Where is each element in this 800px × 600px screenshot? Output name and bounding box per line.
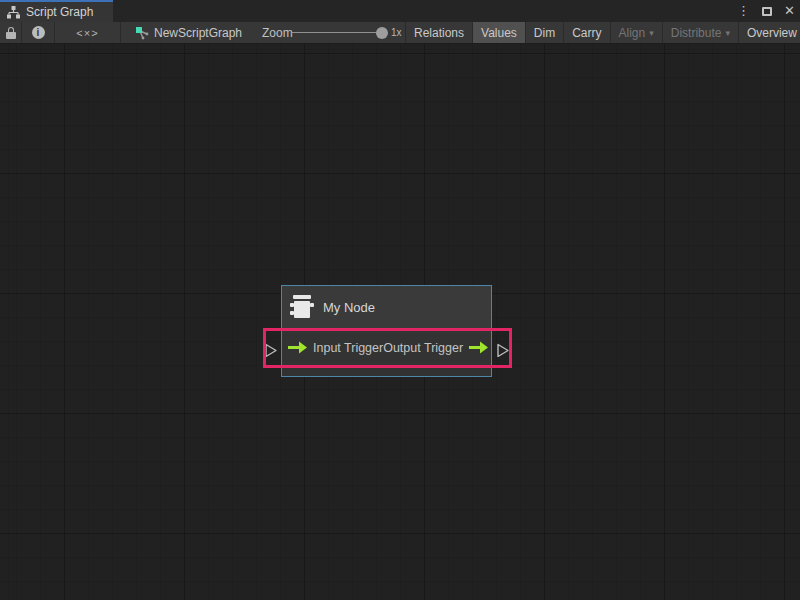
overview-button[interactable]: Overview — [738, 22, 800, 43]
distribute-dropdown[interactable]: Distribute ▾ — [662, 22, 738, 43]
window-controls: ⋮ ✕ — [737, 0, 795, 22]
lock-button[interactable] — [0, 22, 22, 43]
graph-asset-breadcrumb[interactable]: NewScriptGraph — [135, 22, 242, 43]
info-icon: i — [32, 26, 45, 39]
script-graph-asset-icon — [135, 26, 149, 40]
chevron-down-icon: ▾ — [649, 28, 654, 38]
toolbar-toggle-group: Relations Values Dim Carry Align ▾ Distr… — [405, 22, 800, 43]
maximize-icon[interactable] — [762, 7, 772, 16]
title-bar: Script Graph ⋮ ✕ — [0, 0, 800, 22]
lock-icon — [6, 27, 16, 39]
input-trigger-port[interactable]: Input Trigger — [288, 341, 383, 355]
trigger-arrow-icon — [288, 341, 307, 354]
graph-hierarchy-icon — [7, 6, 20, 19]
tab-title: Script Graph — [26, 5, 93, 19]
carry-button[interactable]: Carry — [563, 22, 609, 43]
zoom-value: 1x — [391, 22, 402, 43]
node-header[interactable]: My Node — [282, 286, 491, 330]
node-ports-row: Input Trigger Output Trigger — [282, 330, 491, 366]
code-brackets-icon: <×> — [76, 27, 98, 39]
values-button[interactable]: Values — [472, 22, 525, 43]
node-footer — [282, 366, 491, 376]
edit-graph-button[interactable]: <×> — [55, 22, 121, 43]
trigger-arrow-icon — [469, 341, 488, 354]
script-graph-window: Script Graph ⋮ ✕ i <×> NewScriptGraph — [0, 0, 800, 600]
unit-node[interactable]: My Node Input Trigger Output Trigger — [281, 285, 492, 377]
graph-toolbar: i <×> NewScriptGraph Zoom 1x Relations V… — [0, 22, 800, 44]
output-trigger-port[interactable]: Output Trigger — [383, 341, 488, 355]
output-connection-triangle[interactable] — [496, 343, 510, 358]
align-dropdown[interactable]: Align ▾ — [610, 22, 662, 43]
close-icon[interactable]: ✕ — [784, 0, 795, 22]
chevron-down-icon: ▾ — [725, 28, 730, 38]
input-connection-triangle[interactable] — [264, 343, 278, 358]
output-port-label: Output Trigger — [383, 341, 463, 355]
unit-node-icon — [290, 294, 314, 321]
window-menu-icon[interactable]: ⋮ — [737, 0, 750, 22]
input-port-label: Input Trigger — [313, 341, 383, 355]
zoom-label: Zoom — [262, 22, 293, 43]
zoom-slider-handle[interactable] — [376, 27, 388, 39]
zoom-slider-track[interactable] — [292, 32, 380, 33]
tab-script-graph[interactable]: Script Graph — [0, 0, 113, 22]
relations-button[interactable]: Relations — [405, 22, 472, 43]
info-button[interactable]: i — [22, 22, 55, 43]
graph-asset-name: NewScriptGraph — [154, 26, 242, 40]
node-title: My Node — [323, 300, 375, 315]
dim-button[interactable]: Dim — [525, 22, 563, 43]
